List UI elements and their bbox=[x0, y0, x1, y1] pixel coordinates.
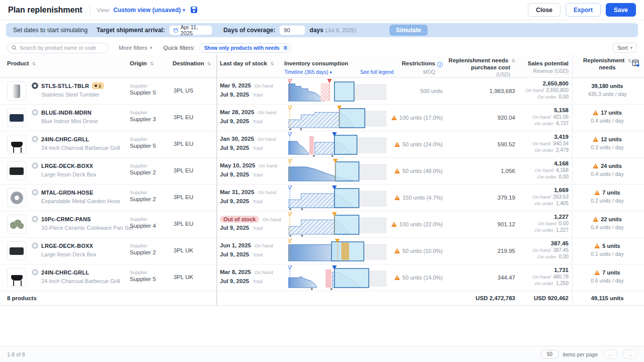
table-row[interactable]: MTAL-GRDN-HOSE Expandable Metal Garden H… bbox=[0, 185, 644, 211]
total-label: Total bbox=[253, 279, 263, 284]
table-row[interactable]: LRGE-DECK-BOXX Large Resin Deck Box Supp… bbox=[0, 238, 644, 264]
info-icon[interactable]: i bbox=[437, 62, 443, 67]
column-settings-icon[interactable] bbox=[632, 59, 639, 69]
save-button[interactable]: Save bbox=[606, 3, 636, 17]
column-header-product[interactable]: Product⇅ bbox=[7, 60, 36, 66]
total-date: Jul 9, 2025 bbox=[220, 278, 249, 284]
origin-type-label: Supplier bbox=[130, 190, 147, 195]
destination-value: 3PL EU bbox=[174, 194, 193, 200]
quick-filter-needs-pill[interactable]: Show only products with needs 8 bbox=[199, 43, 291, 53]
replenishment-needs: 39,180 units 435.3 units / day bbox=[576, 83, 638, 97]
column-subheader-usd: (USD) bbox=[448, 72, 510, 77]
sales-on-hand-value: 2,650,800 bbox=[546, 87, 569, 93]
moq-restriction: 50 units (14.0%) bbox=[386, 275, 443, 281]
sales-potential: 4,168 On hand4,168 On order0.00 bbox=[503, 160, 569, 179]
last-day-on-hand: Mar 28, 2025 On hand bbox=[220, 109, 276, 115]
sales-potential: 3,419 On hand940.34 On order2,479 bbox=[503, 134, 569, 153]
inventory-consumption-chart[interactable] bbox=[288, 265, 386, 291]
column-subheader-revenue: Revenue (USD) bbox=[508, 68, 569, 74]
table-row[interactable]: 24IN-CHRC-GRLL 24-Inch Charcoal Barbecue… bbox=[0, 264, 644, 291]
coverage-input[interactable] bbox=[279, 25, 305, 35]
chevron-down-icon: ▾ bbox=[630, 45, 632, 50]
inventory-consumption-chart[interactable] bbox=[288, 159, 386, 184]
inventory-consumption-chart[interactable] bbox=[288, 132, 386, 157]
sort-icon[interactable]: ⇅ bbox=[32, 61, 36, 66]
sales-on-order-line: On order2,479 bbox=[503, 147, 569, 153]
moq-warning-icon bbox=[394, 142, 400, 147]
moq-value: 50 units (24.0%) bbox=[403, 141, 443, 147]
sales-on-order-label: On order bbox=[534, 281, 553, 286]
product-code: LRGE-DECK-BOXX bbox=[41, 163, 93, 169]
product-code-line: 24IN-CHRC-GRLL bbox=[32, 269, 89, 276]
product-image bbox=[10, 219, 24, 229]
total-label: Total bbox=[253, 199, 263, 204]
inventory-consumption-chart[interactable] bbox=[288, 212, 386, 237]
product-thumbnail bbox=[7, 108, 26, 127]
items-per-page-label: items per page bbox=[563, 351, 598, 357]
timeline-dropdown[interactable]: Timeline (365 days) ▾ bbox=[284, 69, 332, 75]
next-page-button[interactable]: → bbox=[623, 349, 637, 359]
last-day-on-hand: May 10, 2025 On hand bbox=[220, 162, 277, 168]
arrival-date-input[interactable]: Apr 11, 2025 bbox=[169, 25, 212, 35]
quick-filters-label: Quick filters: bbox=[163, 45, 195, 51]
column-header-origin[interactable]: Origin⇅ bbox=[130, 60, 153, 66]
sort-icon[interactable]: ⇅ bbox=[150, 61, 154, 66]
items-per-page-input[interactable] bbox=[541, 350, 559, 358]
product-thumbnail bbox=[7, 81, 26, 101]
inventory-consumption-chart[interactable] bbox=[288, 186, 386, 211]
needs-units-value: 7 units bbox=[602, 190, 620, 196]
revenue-total: USD 920,462 bbox=[503, 295, 569, 301]
column-header-last-day[interactable]: Last day of stock⇅ bbox=[220, 60, 274, 66]
inventory-consumption-chart[interactable] bbox=[288, 106, 386, 131]
moq-value: 50 units (48.0%) bbox=[403, 168, 443, 174]
sort-icon[interactable]: ⇅ bbox=[207, 61, 211, 66]
column-header-purchase-cost[interactable]: Replenishment needs⇅ bbox=[448, 57, 515, 63]
destination-value: 3PL EU bbox=[174, 114, 193, 120]
table-row[interactable]: 10Pc-CRMC-PANS 10-Piece Ceramic Cookware… bbox=[0, 211, 644, 238]
column-header-replenishment-needs-2: needs bbox=[576, 64, 638, 70]
needs-rate-value: 0.4 units / day bbox=[576, 171, 638, 177]
product-thumbnail bbox=[7, 268, 26, 287]
sales-total: 1,669 bbox=[503, 187, 569, 193]
search-input[interactable] bbox=[20, 45, 100, 51]
product-type-icon bbox=[32, 242, 38, 249]
column-header-destination[interactable]: Destination⇅ bbox=[173, 60, 211, 66]
sales-on-hand-label: On hand bbox=[532, 114, 550, 120]
column-subheader-moq: MOQ bbox=[386, 69, 435, 75]
product-code: LRGE-DECK-BOXX bbox=[41, 243, 93, 249]
inventory-consumption-chart[interactable] bbox=[288, 79, 386, 104]
more-filters-button[interactable]: More filters ▾ bbox=[119, 45, 152, 51]
last-day-date: Mar 28, 2025 bbox=[220, 109, 254, 115]
product-image bbox=[10, 114, 24, 122]
sort-button[interactable]: Sort ▾ bbox=[613, 43, 637, 53]
export-button[interactable]: Export bbox=[566, 3, 601, 17]
destination-value: 3PL UK bbox=[174, 274, 193, 280]
sales-on-order-line: On order1,250 bbox=[503, 281, 569, 286]
last-day-total: Jul 9, 2025 Total bbox=[220, 278, 263, 284]
origin-value: Supplier 5 bbox=[130, 89, 156, 96]
inventory-consumption-chart[interactable] bbox=[288, 239, 386, 264]
sort-icon[interactable]: ⇅ bbox=[627, 58, 631, 63]
table-row[interactable]: LRGE-DECK-BOXX Large Resin Deck Box Supp… bbox=[0, 158, 644, 185]
needs-rate-value: 0.4 units / day bbox=[576, 118, 638, 124]
table-row[interactable]: 24IN-CHRC-GRLL 24-Inch Charcoal Barbecue… bbox=[0, 131, 644, 158]
product-code: 24IN-CHRC-GRLL bbox=[41, 269, 89, 276]
search-box[interactable] bbox=[7, 43, 109, 53]
view-selector-value: Custom view (unsaved) bbox=[113, 7, 181, 14]
sales-on-hand-label: On hand bbox=[532, 274, 550, 280]
column-header-replenishment-needs[interactable]: Replenishment⇅ bbox=[576, 57, 638, 63]
sales-on-order-label: On order bbox=[534, 201, 553, 206]
product-code: 24IN-CHRC-GRLL bbox=[41, 136, 89, 142]
close-button[interactable]: Close bbox=[528, 3, 560, 17]
destination-value: 3PL EU bbox=[174, 167, 193, 173]
product-code: BLUE-INDR-MDRN bbox=[41, 110, 92, 116]
moq-restriction: 50 units (24.0%) bbox=[386, 141, 443, 147]
sort-icon[interactable]: ⇅ bbox=[270, 61, 274, 66]
prev-page-button[interactable]: ← bbox=[604, 349, 617, 359]
table-row[interactable]: STLS-STLL-TBLR 1 Stainless Steel Tumbler… bbox=[0, 78, 644, 105]
save-view-icon[interactable] bbox=[190, 6, 198, 14]
table-row[interactable]: BLUE-INDR-MDRN Blue Indoor Mini Drone Su… bbox=[0, 105, 644, 131]
view-selector[interactable]: Custom view (unsaved) ▾ bbox=[113, 7, 185, 14]
pagination-bar: 1-8 of 8 items per page ← → bbox=[0, 346, 644, 362]
simulate-button[interactable]: Simulate bbox=[389, 25, 428, 36]
